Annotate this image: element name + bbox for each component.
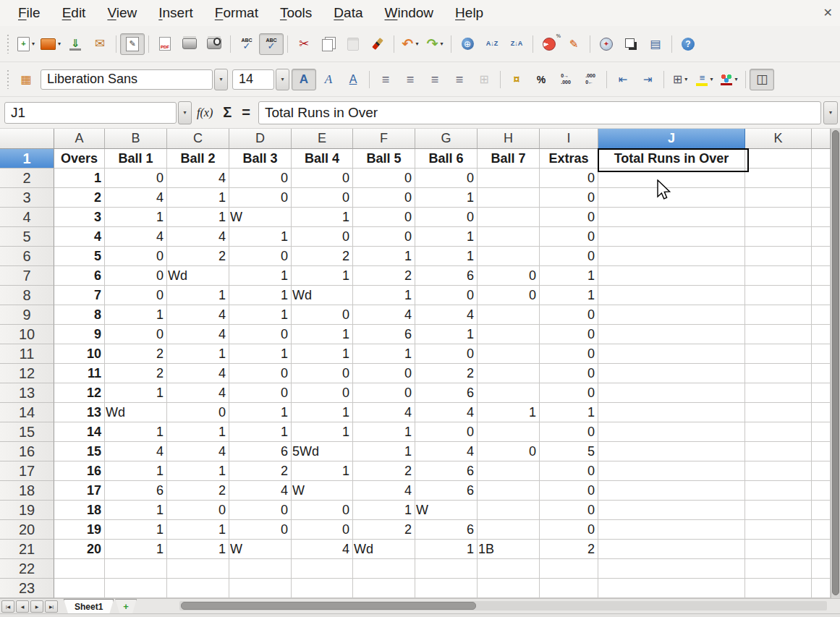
cell-F5[interactable]: 0: [353, 227, 415, 247]
cell-D4[interactable]: W: [229, 208, 292, 227]
last-sheet-icon[interactable]: ▶|: [45, 600, 58, 613]
cell-D8[interactable]: 1: [229, 286, 292, 305]
cell-H22[interactable]: [478, 559, 540, 579]
menu-file[interactable]: File: [7, 2, 51, 24]
cell-F9[interactable]: 4: [353, 305, 415, 325]
expand-formula-bar-icon[interactable]: ▾: [823, 101, 838, 124]
cell-A13[interactable]: 12: [54, 383, 105, 403]
align-justified-icon[interactable]: ≡: [447, 69, 472, 90]
align-center-icon[interactable]: ≡: [398, 69, 423, 90]
name-box-dropdown-icon[interactable]: ▾: [178, 101, 192, 124]
col-header-D[interactable]: D: [229, 129, 292, 149]
cell-G12[interactable]: 2: [415, 364, 478, 383]
cell-B2[interactable]: 0: [105, 169, 167, 188]
cell-F12[interactable]: 0: [353, 364, 415, 383]
row-header-5[interactable]: 5: [0, 227, 54, 247]
export-pdf-icon[interactable]: PDF: [153, 33, 177, 55]
cell-K15[interactable]: [745, 422, 812, 442]
cell-D11[interactable]: 1: [229, 344, 292, 364]
cell-B16[interactable]: 4: [105, 442, 167, 461]
menu-window[interactable]: Window: [373, 2, 444, 24]
cell-B18[interactable]: 6: [105, 481, 167, 501]
cell-C12[interactable]: 4: [167, 364, 229, 383]
cell-J3[interactable]: [598, 188, 745, 208]
cell-B3[interactable]: 4: [105, 188, 167, 208]
cell-F11[interactable]: 1: [353, 344, 415, 364]
cell-B23[interactable]: [105, 579, 167, 598]
font-name-combo[interactable]: Liberation Sans▾: [41, 69, 228, 90]
cell-F21[interactable]: Wd: [353, 540, 415, 559]
cell-G13[interactable]: 6: [415, 383, 478, 403]
cell-A21[interactable]: 20: [54, 540, 105, 559]
cell-F6[interactable]: 1: [353, 247, 415, 266]
cell-D6[interactable]: 0: [229, 247, 292, 266]
cell-H23[interactable]: [478, 579, 540, 598]
cell-D18[interactable]: 4: [229, 481, 292, 501]
close-icon[interactable]: ✕: [823, 6, 833, 20]
cell-G17[interactable]: 6: [415, 461, 478, 481]
background-color-icon[interactable]: ≡▾: [692, 69, 717, 90]
cell-J13[interactable]: [598, 383, 745, 403]
cell-G9[interactable]: 4: [415, 305, 478, 325]
cell-G8[interactable]: 0: [415, 286, 478, 305]
col-header-H[interactable]: H: [478, 129, 540, 149]
cell-A16[interactable]: 15: [54, 442, 105, 461]
cell-J8[interactable]: [598, 286, 745, 305]
cell-I18[interactable]: 0: [540, 481, 598, 501]
cell-D12[interactable]: 0: [229, 364, 292, 383]
cell-C22[interactable]: [167, 559, 229, 579]
cell-A1[interactable]: Overs: [54, 149, 105, 169]
insert-hyperlink-icon[interactable]: ⊕: [455, 33, 480, 55]
cell-A17[interactable]: 16: [54, 461, 105, 481]
cell-I23[interactable]: [540, 579, 598, 598]
vertical-scrollbar[interactable]: [831, 129, 840, 598]
cell-I10[interactable]: 0: [540, 325, 598, 344]
cell-F3[interactable]: 0: [353, 188, 415, 208]
cell-G11[interactable]: 0: [415, 344, 478, 364]
cell-K5[interactable]: [745, 227, 812, 247]
cell-F14[interactable]: 4: [353, 403, 415, 422]
cell-partial-3[interactable]: [812, 188, 831, 208]
cell-E12[interactable]: 0: [292, 364, 353, 383]
cell-I14[interactable]: 1: [540, 403, 598, 422]
show-draw-functions-icon[interactable]: ✎: [561, 33, 586, 55]
cell-K20[interactable]: [745, 520, 812, 540]
menu-help[interactable]: Help: [444, 2, 494, 24]
cell-G23[interactable]: [415, 579, 478, 598]
align-right-icon[interactable]: ≡: [423, 69, 447, 90]
add-decimal-icon[interactable]: 0→ .000: [553, 69, 578, 90]
cell-H21[interactable]: 1B: [478, 540, 540, 559]
cell-H5[interactable]: [478, 227, 540, 247]
cell-B17[interactable]: 1: [105, 461, 167, 481]
row-header-9[interactable]: 9: [0, 305, 54, 325]
cell-E7[interactable]: 1: [292, 266, 353, 286]
cell-E13[interactable]: 0: [292, 383, 353, 403]
cell-H14[interactable]: 1: [478, 403, 540, 422]
row-header-23[interactable]: 23: [0, 579, 54, 598]
col-header-F[interactable]: F: [353, 129, 415, 149]
cell-A6[interactable]: 5: [54, 247, 105, 266]
cell-partial-10[interactable]: [812, 325, 831, 344]
cell-K6[interactable]: [745, 247, 812, 266]
cell-G6[interactable]: 1: [415, 247, 478, 266]
cell-partial-15[interactable]: [812, 422, 831, 442]
spelling-icon[interactable]: ABC✓: [234, 33, 259, 55]
cell-partial-4[interactable]: [812, 208, 831, 227]
cell-K23[interactable]: [745, 579, 812, 598]
cell-C7[interactable]: Wd: [167, 266, 229, 286]
cell-J6[interactable]: [598, 247, 745, 266]
cell-C20[interactable]: 1: [167, 520, 229, 540]
first-sheet-icon[interactable]: |◀: [1, 600, 14, 613]
cell-G21[interactable]: 1: [415, 540, 478, 559]
cell-B9[interactable]: 1: [105, 305, 167, 325]
cell-B19[interactable]: 1: [105, 501, 167, 520]
cell-F10[interactable]: 6: [353, 325, 415, 344]
cell-H13[interactable]: [478, 383, 540, 403]
cell-partial-13[interactable]: [812, 383, 831, 403]
cell-H12[interactable]: [478, 364, 540, 383]
bold-icon[interactable]: A: [292, 69, 316, 90]
cell-H6[interactable]: [478, 247, 540, 266]
sort-ascending-icon[interactable]: A↓Z: [480, 33, 504, 55]
cell-B22[interactable]: [105, 559, 167, 579]
cell-A7[interactable]: 6: [54, 266, 105, 286]
